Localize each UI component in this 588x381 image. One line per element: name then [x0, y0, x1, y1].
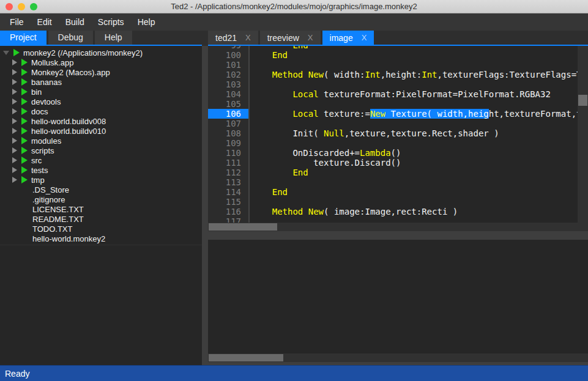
code-line[interactable]: 115 [208, 197, 588, 207]
expander-down-icon[interactable] [3, 51, 9, 55]
panel-tab-debug[interactable]: Debug [48, 31, 93, 45]
code-line-text[interactable] [248, 197, 251, 207]
expander-right-icon[interactable] [12, 138, 17, 144]
editor-tab-image[interactable]: imageX [322, 31, 374, 45]
menu-edit[interactable]: Edit [32, 17, 57, 27]
tab-close-icon[interactable]: X [308, 33, 313, 42]
tree-item-bin[interactable]: bin [0, 87, 202, 97]
expander-right-icon[interactable] [12, 118, 17, 124]
code-line[interactable]: 109 [208, 138, 588, 148]
tree-item-scripts[interactable]: scripts [0, 146, 202, 155]
horizontal-scrollbar-thumb[interactable] [209, 223, 277, 231]
code-line-text[interactable]: Local texture:=New Texture( width,height… [248, 109, 588, 119]
menu-build[interactable]: Build [61, 17, 89, 27]
expander-right-icon[interactable] [12, 69, 17, 75]
output-scrollbar-thumb[interactable] [209, 354, 283, 361]
code-line-text[interactable]: OnDiscarded+=Lambda() [248, 148, 401, 158]
code-line[interactable]: 107 [208, 119, 588, 128]
expander-right-icon[interactable] [12, 79, 17, 85]
menu-help[interactable]: Help [133, 17, 160, 27]
output-horizontal-scrollbar[interactable] [208, 353, 588, 362]
code-line-text[interactable]: End [248, 46, 308, 50]
code-line[interactable]: 111 texture.Discard() [208, 158, 588, 168]
code-line[interactable]: 110 OnDiscarded+=Lambda() [208, 148, 588, 158]
code-line-text[interactable] [248, 216, 251, 223]
editor-tab-treeview[interactable]: treeviewX [260, 31, 321, 45]
vertical-splitter[interactable] [202, 46, 208, 365]
editor-tab-ted21[interactable]: ted21X [208, 31, 258, 45]
panel-tab-project[interactable]: Project [0, 31, 47, 45]
expander-right-icon[interactable] [12, 147, 17, 154]
code-line-text[interactable] [248, 119, 251, 128]
tree-item-ds-store[interactable]: .DS_Store [0, 185, 202, 194]
code-line[interactable]: 100 End [208, 50, 588, 60]
panel-tab-help[interactable]: Help [95, 31, 132, 45]
code-line-text[interactable]: Init( Null,texture,texture.Rect,shader ) [248, 128, 499, 138]
editor-vertical-scrollbar[interactable] [578, 46, 588, 223]
code-line-text[interactable]: Method New( image:Image,rect:Recti ) [248, 207, 458, 216]
code-line-text[interactable]: End [248, 50, 288, 60]
tree-item-gitignore[interactable]: .gitignore [0, 194, 202, 204]
code-line-text[interactable] [248, 138, 251, 148]
code-line[interactable]: 116 Method New( image:Image,rect:Recti ) [208, 207, 588, 216]
code-line[interactable]: 99 End [208, 46, 588, 50]
expander-right-icon[interactable] [12, 177, 17, 183]
code-line-text[interactable] [248, 80, 251, 89]
tree-item-label: Mollusk.app [31, 58, 73, 67]
tree-item-docs[interactable]: docs [0, 106, 202, 116]
tree-item-devtools[interactable]: devtools [0, 97, 202, 106]
horizontal-splitter[interactable] [208, 231, 588, 240]
tab-close-icon[interactable]: X [245, 33, 251, 42]
code-line-text[interactable]: End [248, 168, 308, 177]
code-line[interactable]: 117 [208, 216, 588, 223]
code-line-text[interactable]: texture.Discard() [248, 158, 401, 168]
menu-file[interactable]: File [5, 17, 29, 27]
tree-item-bananas[interactable]: bananas [0, 77, 202, 87]
tree-item-hello-world-buildv008[interactable]: hello-world.buildv008 [0, 116, 202, 126]
tree-item-tests[interactable]: tests [0, 165, 202, 175]
close-window-button[interactable] [6, 3, 13, 10]
code-editor[interactable]: 99 End100 End101102 Method New( width:In… [208, 46, 588, 223]
expander-right-icon[interactable] [12, 59, 17, 65]
code-line-text[interactable] [248, 60, 251, 70]
code-line-text[interactable]: Local textureFormat:PixelFormat=PixelFor… [248, 89, 551, 99]
tree-item-hello-world-buildv010[interactable]: hello-world.buildv010 [0, 126, 202, 136]
tree-item-license-txt[interactable]: LICENSE.TXT [0, 204, 202, 214]
code-line-text[interactable] [248, 99, 251, 109]
editor-horizontal-scrollbar[interactable] [208, 223, 588, 231]
tab-close-icon[interactable]: X [362, 33, 367, 42]
expander-right-icon[interactable] [12, 157, 17, 163]
code-line-text[interactable]: Method New( width:Int,height:Int,texture… [248, 70, 588, 80]
tree-item-monkey2-macos-app[interactable]: Monkey2 (Macos).app [0, 67, 202, 77]
code-line-text[interactable]: End [248, 187, 288, 197]
code-line-text[interactable] [248, 177, 251, 187]
minimize-window-button[interactable] [18, 3, 25, 10]
tree-item-root[interactable]: monkey2 (/Applications/monkey2) [0, 48, 202, 57]
output-panel[interactable] [208, 240, 588, 353]
tree-item-tmp[interactable]: tmp [0, 175, 202, 185]
menu-scripts[interactable]: Scripts [93, 17, 129, 27]
tree-item-mollusk-app[interactable]: Mollusk.app [0, 57, 202, 67]
vertical-scrollbar-thumb[interactable] [578, 95, 587, 106]
expander-right-icon[interactable] [12, 128, 17, 134]
code-line[interactable]: 106 Local texture:=New Texture( width,he… [208, 109, 588, 119]
code-line[interactable]: 108 Init( Null,texture,texture.Rect,shad… [208, 128, 588, 138]
code-line[interactable]: 101 [208, 60, 588, 70]
tree-item-src[interactable]: src [0, 155, 202, 165]
code-line[interactable]: 105 [208, 99, 588, 109]
tree-item-modules[interactable]: modules [0, 136, 202, 146]
zoom-window-button[interactable] [30, 3, 37, 10]
expander-right-icon[interactable] [12, 89, 17, 95]
expander-right-icon[interactable] [12, 167, 17, 173]
code-line[interactable]: 104 Local textureFormat:PixelFormat=Pixe… [208, 89, 588, 99]
code-line[interactable]: 112 End [208, 168, 588, 177]
code-line[interactable]: 103 [208, 80, 588, 89]
tree-item-todo-txt[interactable]: TODO.TXT [0, 224, 202, 234]
code-line[interactable]: 114 End [208, 187, 588, 197]
tree-item-hello-world-monkey2[interactable]: hello-world.monkey2 [0, 234, 202, 243]
code-line[interactable]: 113 [208, 177, 588, 187]
tree-item-readme-txt[interactable]: README.TXT [0, 214, 202, 224]
expander-right-icon[interactable] [12, 98, 17, 105]
expander-right-icon[interactable] [12, 108, 17, 114]
code-line[interactable]: 102 Method New( width:Int,height:Int,tex… [208, 70, 588, 80]
